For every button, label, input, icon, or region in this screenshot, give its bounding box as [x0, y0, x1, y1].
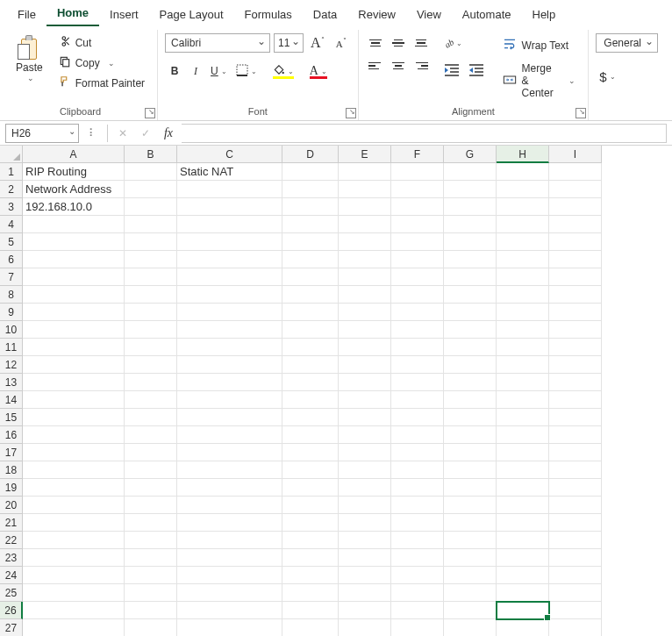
increase-indent-button[interactable]	[466, 61, 487, 81]
col-header-G[interactable]: G	[444, 146, 497, 163]
cell-E25[interactable]	[339, 584, 391, 602]
select-all-corner[interactable]	[0, 146, 23, 163]
col-header-C[interactable]: C	[177, 146, 282, 163]
cell-C24[interactable]	[177, 567, 282, 584]
cell-A19[interactable]	[23, 479, 125, 497]
cell-E1[interactable]	[339, 163, 391, 181]
font-name-select[interactable]: Calibri	[165, 33, 270, 53]
cell-I12[interactable]	[549, 356, 602, 374]
cell-A23[interactable]	[23, 549, 125, 567]
copy-button[interactable]: Copy ⌄	[54, 54, 150, 72]
cell-I26[interactable]	[549, 602, 602, 619]
cell-G23[interactable]	[444, 549, 497, 567]
cell-D13[interactable]	[282, 374, 339, 391]
cell-G1[interactable]	[444, 163, 497, 181]
cell-A21[interactable]	[23, 514, 125, 532]
col-header-F[interactable]: F	[391, 146, 444, 163]
cell-H11[interactable]	[497, 339, 549, 356]
cell-A7[interactable]	[23, 268, 125, 286]
cell-G13[interactable]	[444, 374, 497, 391]
cancel-formula-button[interactable]: ✕	[113, 124, 132, 143]
cell-C27[interactable]	[177, 619, 282, 636]
cell-D7[interactable]	[282, 268, 339, 286]
row-header-6[interactable]: 6	[0, 251, 23, 268]
wrap-text-button[interactable]: Wrap Text	[497, 35, 582, 55]
cell-I11[interactable]	[549, 339, 602, 356]
insert-function-button[interactable]: fx	[159, 124, 178, 143]
cell-I7[interactable]	[549, 268, 602, 286]
cell-C9[interactable]	[177, 304, 282, 321]
cell-D12[interactable]	[282, 356, 339, 374]
cell-D4[interactable]	[282, 216, 339, 233]
formula-input[interactable]	[182, 124, 667, 143]
cell-B6[interactable]	[125, 251, 177, 268]
merge-center-button[interactable]: Merge & Center ⌄	[497, 61, 582, 101]
cell-F4[interactable]	[391, 216, 444, 233]
cell-D2[interactable]	[282, 181, 339, 198]
cut-button[interactable]: Cut	[54, 33, 150, 52]
row-header-21[interactable]: 21	[0, 514, 23, 532]
cell-G4[interactable]	[444, 216, 497, 233]
cell-H3[interactable]	[497, 198, 549, 216]
cell-C12[interactable]	[177, 356, 282, 374]
tab-view[interactable]: View	[406, 3, 452, 26]
cell-G19[interactable]	[444, 479, 497, 497]
cell-H13[interactable]	[497, 374, 549, 391]
cell-I5[interactable]	[549, 233, 602, 251]
enter-formula-button[interactable]: ✓	[136, 124, 155, 143]
cell-B2[interactable]	[125, 181, 177, 198]
cell-G24[interactable]	[444, 567, 497, 584]
cell-C14[interactable]	[177, 391, 282, 409]
cell-A9[interactable]	[23, 304, 125, 321]
col-header-D[interactable]: D	[282, 146, 339, 163]
cell-F1[interactable]	[391, 163, 444, 181]
align-middle-button[interactable]	[389, 33, 408, 53]
cell-E23[interactable]	[339, 549, 391, 567]
increase-font-button[interactable]: A˄	[307, 33, 328, 53]
cell-I16[interactable]	[549, 426, 602, 444]
cell-E20[interactable]	[339, 497, 391, 514]
cell-D26[interactable]	[282, 602, 339, 619]
cell-C2[interactable]	[177, 181, 282, 198]
cell-I3[interactable]	[549, 198, 602, 216]
cell-F13[interactable]	[391, 374, 444, 391]
col-header-A[interactable]: A	[23, 146, 125, 163]
cell-D25[interactable]	[282, 584, 339, 602]
cell-F20[interactable]	[391, 497, 444, 514]
cell-D22[interactable]	[282, 532, 339, 549]
cell-B12[interactable]	[125, 356, 177, 374]
cell-C6[interactable]	[177, 251, 282, 268]
cell-A18[interactable]	[23, 461, 125, 479]
cell-E17[interactable]	[339, 444, 391, 461]
underline-button[interactable]: U ⌄	[207, 61, 231, 81]
cell-I15[interactable]	[549, 409, 602, 426]
cell-D5[interactable]	[282, 233, 339, 251]
cell-D24[interactable]	[282, 567, 339, 584]
cell-C15[interactable]	[177, 409, 282, 426]
cell-C7[interactable]	[177, 268, 282, 286]
cell-A12[interactable]	[23, 356, 125, 374]
cell-G7[interactable]	[444, 268, 497, 286]
decrease-indent-button[interactable]	[441, 61, 462, 81]
cell-H23[interactable]	[497, 549, 549, 567]
font-launcher[interactable]	[346, 108, 356, 118]
decrease-font-button[interactable]: A˅	[332, 33, 351, 53]
cell-G8[interactable]	[444, 286, 497, 304]
row-header-12[interactable]: 12	[0, 356, 23, 374]
cell-H25[interactable]	[497, 584, 549, 602]
tab-insert[interactable]: Insert	[99, 3, 149, 26]
cell-C8[interactable]	[177, 286, 282, 304]
cell-B17[interactable]	[125, 444, 177, 461]
cell-D17[interactable]	[282, 444, 339, 461]
cell-F24[interactable]	[391, 567, 444, 584]
cell-F3[interactable]	[391, 198, 444, 216]
italic-button[interactable]: I	[186, 61, 205, 81]
tab-home[interactable]: Home	[46, 1, 99, 26]
col-header-H[interactable]: H	[497, 146, 549, 163]
cell-G17[interactable]	[444, 444, 497, 461]
cell-D9[interactable]	[282, 304, 339, 321]
cell-A14[interactable]	[23, 391, 125, 409]
cell-A3[interactable]: 192.168.10.0	[23, 198, 125, 216]
cell-E3[interactable]	[339, 198, 391, 216]
cell-G25[interactable]	[444, 584, 497, 602]
